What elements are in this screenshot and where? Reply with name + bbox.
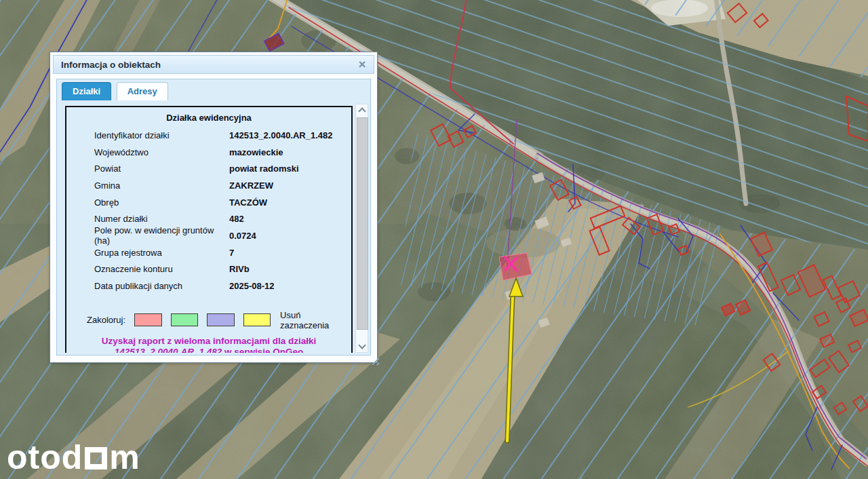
geoportal-app: otodm Informacja o obiektach × Działki A… — [0, 0, 868, 479]
table-row: Grupa rejestrowa7 — [66, 244, 351, 261]
dialog-title: Informacja o obiektach — [61, 60, 161, 70]
tab-adresy[interactable]: Adresy — [117, 82, 168, 100]
scroll-up-icon[interactable] — [356, 105, 368, 115]
scrollbar[interactable] — [355, 104, 368, 353]
dialog-panel: Działki Adresy Działka ewidencyjna Ident… — [56, 79, 371, 356]
table-row: Numer działki482 — [66, 210, 351, 227]
table-row: Data publikacji danych2025-08-12 — [66, 277, 351, 294]
table-row: Powiatpowiat radomski — [66, 160, 351, 177]
scrollbar-thumb[interactable] — [357, 117, 368, 330]
tab-dzialki[interactable]: Działki — [62, 82, 111, 100]
colorize-swatch-green[interactable] — [171, 313, 199, 326]
colorize-row: Zakoloruj: Usuń zaznaczenia — [66, 310, 351, 330]
otodom-watermark: otodm — [7, 440, 140, 475]
table-row: Pole pow. w ewidencji gruntów (ha)0.0724 — [66, 227, 351, 244]
colorize-swatch-pink[interactable] — [134, 313, 162, 326]
resize-grip[interactable] — [369, 355, 379, 365]
report-link[interactable]: Uzyskaj raport z wieloma informacjami dl… — [66, 336, 351, 353]
report-line2[interactable]: 142513_2.0040.AR_1.482 w serwisie OnGeo — [66, 347, 351, 353]
dialog-titlebar[interactable]: Informacja o obiektach × — [53, 55, 374, 74]
report-line1[interactable]: Uzyskaj raport z wieloma informacjami dl… — [66, 336, 351, 347]
scroll-view: Działka ewidencyjna Identyfikator działk… — [65, 106, 353, 353]
table-row: Oznaczenie konturuRIVb — [66, 261, 351, 278]
info-dialog: Informacja o obiektach × Działki Adresy … — [50, 52, 378, 363]
table-row: GminaZAKRZEW — [66, 177, 351, 194]
clear-selection-link[interactable]: Usuń zaznaczenia — [280, 310, 351, 330]
scroll-down-icon[interactable] — [356, 341, 368, 351]
colorize-label: Zakoloruj: — [87, 315, 125, 325]
table-row: Identyfikator działki142513_2.0040.AR_1.… — [66, 127, 351, 144]
colorize-swatch-yellow[interactable] — [243, 313, 271, 326]
tab-bar: Działki Adresy — [57, 79, 370, 102]
colorize-swatch-purple[interactable] — [207, 313, 235, 326]
otodom-square-icon — [85, 447, 107, 470]
watermark-text: otod — [7, 438, 83, 476]
close-icon[interactable]: × — [355, 56, 370, 73]
table-row: ObrębTACZÓW — [66, 194, 351, 211]
table-title: Działka ewidencyjna — [66, 111, 351, 127]
watermark-text-suffix: m — [109, 438, 140, 476]
table-row: Województwomazowieckie — [66, 144, 351, 161]
parcel-info-table: Działka ewidencyjna Identyfikator działk… — [65, 106, 353, 353]
